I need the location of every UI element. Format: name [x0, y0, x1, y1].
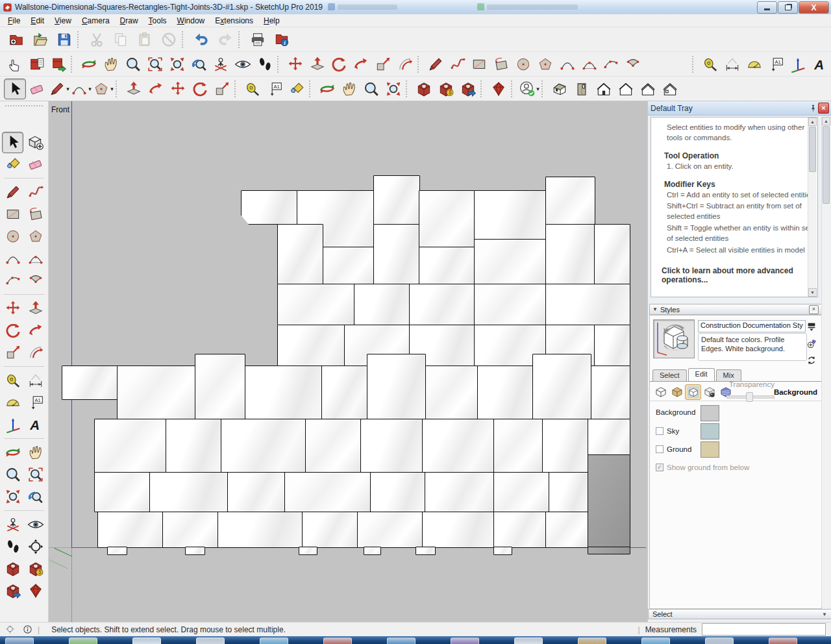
axes-button[interactable] — [2, 414, 23, 436]
style-description-field[interactable]: Default face colors. Profile Edges. Whit… — [698, 333, 807, 361]
stone-block[interactable] — [117, 365, 195, 419]
3d-warehouse-button[interactable] — [413, 79, 435, 99]
background-color-swatch[interactable] — [701, 405, 719, 421]
two-point-arc-button[interactable] — [578, 54, 601, 75]
position-camera-button[interactable] — [2, 514, 23, 536]
pan-button[interactable] — [25, 442, 46, 464]
taskbar-item[interactable] — [5, 638, 34, 644]
stone-block[interactable] — [373, 224, 419, 284]
redo-button[interactable] — [213, 29, 237, 51]
move-button[interactable] — [167, 79, 189, 99]
stone-block[interactable] — [149, 472, 228, 512]
eraser-button[interactable] — [26, 79, 48, 99]
3d-text-button[interactable] — [25, 414, 46, 436]
measurements-input[interactable] — [702, 623, 826, 636]
stone-block[interactable] — [493, 472, 549, 512]
scroll-up-icon[interactable]: ▲ — [808, 118, 817, 126]
toolbar-drag-handle[interactable] — [5, 105, 43, 106]
scale-button[interactable] — [2, 342, 23, 364]
two-point-arc-button[interactable] — [25, 248, 46, 269]
rectangle-button[interactable] — [2, 204, 23, 225]
styles-panel-header[interactable]: ▼ Styles × — [649, 304, 822, 315]
stone-block[interactable] — [425, 472, 494, 512]
orbit-button[interactable] — [2, 442, 23, 464]
stone-block-foot[interactable] — [107, 547, 127, 555]
minimize-button[interactable] — [757, 1, 777, 14]
stone-block[interactable] — [545, 284, 630, 325]
tab-mix[interactable]: Mix — [716, 369, 741, 381]
text-button[interactable] — [25, 392, 46, 414]
stone-block[interactable] — [474, 284, 546, 325]
select-button[interactable] — [2, 132, 23, 153]
eraser-button[interactable] — [25, 154, 46, 175]
stone-block-foot[interactable] — [185, 547, 205, 555]
tab-edit[interactable]: Edit — [688, 368, 715, 382]
zoom-button[interactable] — [122, 54, 144, 75]
create-new-style-icon[interactable] — [806, 338, 817, 349]
look-around-button[interactable] — [232, 54, 254, 75]
stone-block[interactable] — [321, 365, 367, 419]
orbit-button[interactable] — [316, 79, 338, 99]
scroll-down-icon[interactable]: ▼ — [808, 288, 817, 297]
stone-block[interactable] — [409, 284, 475, 325]
stone-block[interactable] — [419, 190, 475, 247]
zoom-extents-button[interactable] — [382, 79, 404, 99]
chevron-down-icon[interactable]: ▼ — [822, 612, 827, 617]
credits-info-icon[interactable] — [23, 625, 32, 634]
style-thumbnail[interactable] — [653, 319, 695, 358]
component-attributes-button[interactable] — [48, 54, 70, 75]
three-point-arc-button[interactable] — [600, 54, 622, 75]
menu-tools[interactable]: Tools — [143, 15, 172, 27]
rotate-button[interactable] — [329, 54, 351, 75]
copy-button[interactable] — [108, 29, 132, 51]
menu-camera[interactable]: Camera — [77, 15, 115, 27]
text-button[interactable] — [765, 54, 788, 75]
stone-block[interactable] — [62, 365, 118, 400]
taskbar-item[interactable] — [69, 638, 97, 644]
zoom-extents-button[interactable] — [2, 486, 23, 508]
follow-me-button[interactable] — [25, 320, 46, 341]
zoom-button[interactable] — [360, 79, 382, 99]
paste-button[interactable] — [132, 29, 156, 51]
dimension-button[interactable] — [25, 370, 46, 391]
scroll-up-icon[interactable]: ▲ — [822, 117, 830, 125]
push-pull-button[interactable] — [306, 54, 329, 75]
new-button[interactable] — [4, 29, 28, 51]
stone-block[interactable] — [323, 247, 374, 284]
save-button[interactable] — [52, 29, 76, 51]
tape-measure-button[interactable] — [699, 54, 721, 75]
menu-window[interactable]: Window — [172, 15, 210, 27]
tray-scrollbar[interactable]: ▲ — [821, 117, 830, 606]
view-back-button[interactable] — [615, 79, 637, 99]
polygon-button[interactable] — [25, 226, 46, 247]
move-button[interactable] — [284, 54, 306, 75]
taskbar-item[interactable] — [387, 638, 416, 644]
stone-block[interactable] — [166, 419, 221, 473]
model-viewport[interactable]: Front — [49, 101, 647, 622]
tray-header[interactable]: Default Tray × — [648, 101, 831, 116]
face-settings-button[interactable] — [669, 384, 685, 400]
stone-block[interactable] — [493, 512, 546, 548]
menu-edit[interactable]: Edit — [25, 15, 49, 27]
circle-button[interactable] — [512, 54, 534, 75]
polygon-button[interactable] — [534, 54, 556, 75]
stone-block[interactable] — [588, 454, 630, 548]
tape-measure-button[interactable] — [2, 370, 23, 391]
stone-block[interactable] — [195, 354, 245, 419]
stone-block[interactable] — [474, 190, 546, 240]
rectangle-button[interactable] — [468, 54, 490, 75]
taskbar-item[interactable] — [769, 638, 797, 644]
view-right-button[interactable] — [659, 79, 681, 99]
ground-color-swatch[interactable] — [701, 441, 719, 458]
arc-dropdown-caret[interactable]: ▾ — [88, 86, 92, 92]
paint-bucket-button[interactable] — [2, 154, 23, 175]
open-button[interactable] — [28, 29, 52, 51]
stone-block[interactable] — [357, 512, 423, 548]
ground-checkbox[interactable] — [656, 445, 664, 453]
3d-text-button[interactable] — [809, 54, 831, 75]
stone-block[interactable] — [277, 325, 345, 366]
stone-block[interactable] — [542, 419, 588, 473]
account-dropdown-caret[interactable]: ▾ — [536, 86, 540, 92]
circle-button[interactable] — [2, 226, 23, 247]
undo-button[interactable] — [189, 29, 213, 51]
